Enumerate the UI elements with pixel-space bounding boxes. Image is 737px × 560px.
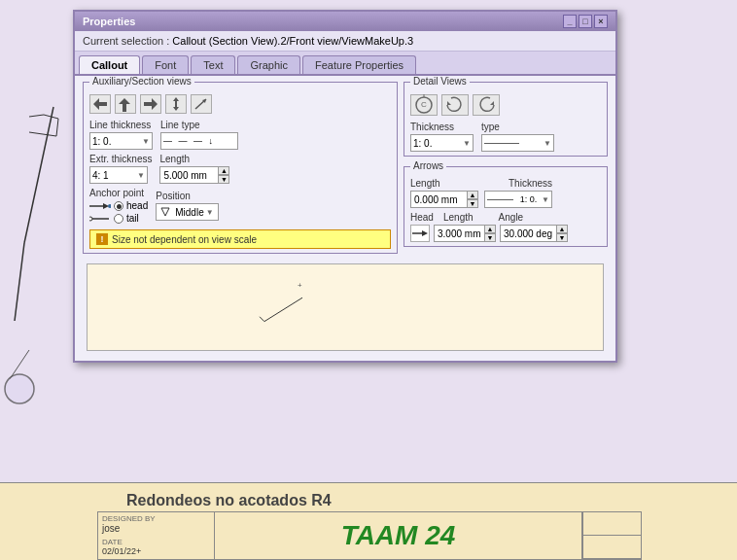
angle-input[interactable] (500, 225, 556, 242)
svg-rect-9 (175, 100, 177, 108)
aux-icon-arrow-down[interactable] (115, 94, 136, 114)
radio-tail-dot[interactable] (114, 214, 123, 224)
tab-font[interactable]: Font (142, 55, 189, 74)
arrows-length-input[interactable] (410, 191, 467, 208)
type-select[interactable]: ———— ▼ (481, 134, 554, 152)
tail-arrow-icon (89, 214, 111, 224)
line-thickness-select[interactable]: 1: 0. ▼ (89, 132, 153, 150)
type-label: type (481, 122, 554, 132)
warning-text: Size not dependent on view scale (112, 234, 257, 245)
tab-graphic[interactable]: Graphic (237, 55, 300, 74)
right-panels: Detail Views C (404, 82, 608, 258)
radio-head-dot[interactable] (114, 201, 123, 211)
bottom-drawing-text: Redondeos no acotados R4 (126, 492, 332, 509)
head-length-spinner: ▲ ▼ (484, 225, 496, 242)
head-length-spin-down[interactable]: ▼ (484, 233, 496, 242)
arrows-inputs-row: ▲ ▼ ——— 1: 0. ▼ (410, 191, 601, 208)
position-label: Position (156, 191, 218, 201)
svg-marker-5 (93, 98, 107, 110)
top-groups-row: Auxiliary/Section views (83, 82, 608, 258)
length-spin-down[interactable]: ▼ (218, 175, 229, 184)
detail-circle-icon: C (412, 94, 436, 116)
warning-icon: ! (96, 233, 108, 245)
thickness-label: Thickness (410, 122, 474, 132)
thickness-select[interactable]: 1: 0. ▼ (410, 134, 474, 152)
arrows-length-spinner: ▲ ▼ (467, 191, 478, 208)
svg-marker-25 (422, 230, 428, 236)
aux-icon-arrow-diagonal[interactable] (191, 94, 212, 114)
svg-text:+: + (298, 281, 302, 290)
line-thickness-row: Line thickness 1: 0. ▼ Line type — — — ↓ (89, 120, 391, 150)
arrows-thickness-value: 1: 0. (520, 194, 538, 204)
thickness-type-row: Thickness 1: 0. ▼ type ———— ▼ (410, 122, 601, 152)
detail-icon-rotate-ccw[interactable] (473, 94, 500, 116)
radio-tail[interactable]: tail (89, 213, 148, 224)
preview-area: + (87, 263, 604, 351)
aux-icon-arrow-updown[interactable] (165, 94, 187, 114)
position-value: Middle (175, 207, 203, 218)
position-icon (160, 206, 170, 218)
position-group: Position Middle ▼ (156, 191, 218, 221)
dialog-title-text: Properties (83, 16, 135, 27)
angle-spinner: ▲ ▼ (556, 225, 568, 242)
date-label: DATE (102, 538, 210, 546)
arrows-headers: Length Thickness (410, 177, 601, 189)
bottom-strip: Redondeos no acotados R4 DESIGNED BY jos… (0, 482, 737, 560)
dialog-titlebar: Properties _ □ × (75, 12, 615, 31)
extr-thickness-label: Extr. thickness (89, 154, 152, 164)
aux-icon-arrow-left[interactable] (89, 94, 111, 114)
detail-icon-circle[interactable]: C (410, 94, 438, 116)
aux-icon-arrow-right[interactable] (140, 94, 161, 114)
head-length-input-group: ▲ ▼ (434, 225, 496, 242)
detail-icons-row: C (410, 94, 601, 116)
left-sketch-svg (0, 97, 78, 438)
arrows-length-col: Length (410, 177, 503, 189)
anchor-point-label: Anchor point (89, 188, 148, 198)
preview-svg: + (88, 264, 603, 350)
extr-thickness-group: Extr. thickness 4: 1 ▼ (89, 154, 152, 184)
detail-icon-rotate-cw[interactable] (441, 94, 469, 116)
line-thickness-value: 1: 0. (92, 136, 111, 147)
arrows-length-spin-up[interactable]: ▲ (467, 191, 478, 199)
svg-marker-22 (447, 101, 451, 105)
minimize-button[interactable]: _ (563, 15, 577, 28)
line-type-select[interactable]: — — — ↓ (160, 132, 238, 150)
extr-thickness-value: 4: 1 (92, 170, 109, 181)
extr-thickness-arrow: ▼ (137, 171, 145, 180)
position-select[interactable]: Middle ▼ (156, 203, 218, 221)
head-icon-box[interactable] (410, 225, 430, 242)
head-length-spin-up[interactable]: ▲ (484, 225, 496, 233)
line-type-group: Line type — — — ↓ (160, 120, 238, 150)
type-value: ———— (484, 138, 519, 148)
angle-spin-up[interactable]: ▲ (556, 225, 568, 233)
tab-callout[interactable]: Callout (79, 55, 140, 74)
arrows-label: Arrows (410, 160, 446, 171)
length-spin-up[interactable]: ▲ (218, 166, 229, 175)
properties-dialog: Properties _ □ × Current selection : Cal… (73, 10, 617, 363)
dialog-title-buttons: _ □ × (563, 15, 608, 28)
line-type-label: Line type (160, 120, 238, 130)
radio-head[interactable]: head (89, 200, 148, 211)
designer-value: jose (102, 523, 210, 534)
designer-label: DESIGNED BY (102, 514, 210, 523)
position-dropdown-arrow: ▼ (206, 208, 214, 217)
extr-row: Extr. thickness 4: 1 ▼ Length ▲ ▼ (89, 154, 391, 184)
arrows-length-spin-down[interactable]: ▼ (467, 199, 478, 208)
tab-text[interactable]: Text (191, 55, 235, 74)
svg-point-4 (5, 374, 34, 403)
head-inputs-row: ▲ ▼ ▲ ▼ (410, 225, 601, 242)
arrows-group: Arrows Length Thickness (404, 166, 608, 247)
maximize-button[interactable]: □ (579, 15, 592, 28)
tab-feature-properties[interactable]: Feature Properties (302, 55, 416, 74)
head-row: Head Length Angle (410, 212, 601, 223)
arrows-thickness-select[interactable]: ——— 1: 0. ▼ (484, 191, 552, 208)
length-input[interactable] (159, 166, 218, 184)
svg-text:C: C (421, 100, 427, 109)
angle-spin-down[interactable]: ▼ (556, 233, 568, 242)
detail-rotate-ccw-icon (474, 94, 498, 116)
head-length-input[interactable] (434, 225, 484, 242)
extr-thickness-select[interactable]: 4: 1 ▼ (89, 166, 148, 184)
arrows-length-input-group: ▲ ▼ (410, 191, 478, 208)
close-button[interactable]: × (594, 15, 608, 28)
svg-point-17 (89, 217, 92, 221)
